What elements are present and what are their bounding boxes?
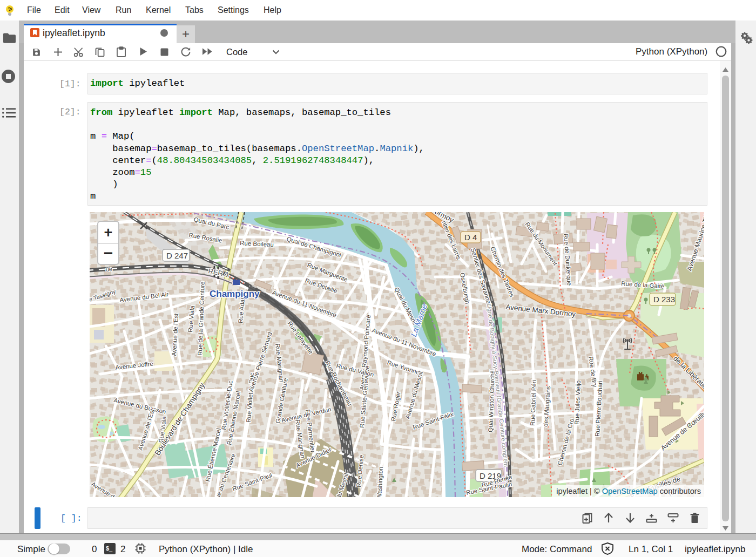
- svg-text:D 4: D 4: [464, 233, 477, 242]
- svg-text:D 247: D 247: [166, 251, 188, 260]
- svg-text:Champigny: Champigny: [210, 289, 260, 299]
- svg-text:$_: $_: [106, 545, 113, 552]
- svg-text:D 233: D 233: [653, 295, 675, 304]
- svg-text:ue: ue: [105, 266, 112, 273]
